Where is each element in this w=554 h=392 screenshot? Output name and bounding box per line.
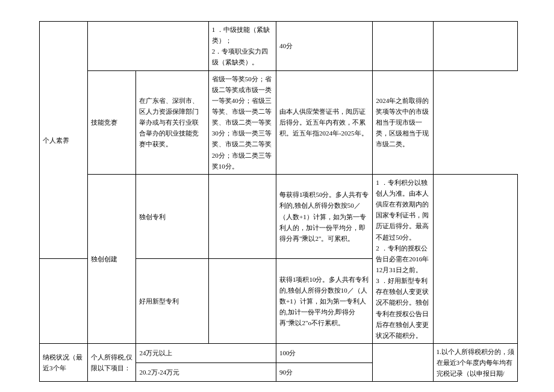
competition-score: 省级一等奖50分；省级二等奖或市级一类一等奖40分；省级三等奖、市级一类二等奖、…: [208, 70, 276, 174]
skill-score: 40分: [276, 22, 372, 71]
invention-patent: 独创专利: [136, 174, 208, 259]
table-row: 个人素养 1 ．中级技能（紧缺类）； 2．专项职业实力四级（紧缺类）。 40分: [40, 22, 518, 46]
utility-score: 获得1项积10分。多人共有专利的,独创人所得分数按10／（人数+1）计算，如为第…: [276, 259, 372, 344]
invention-group: 独创创建: [88, 174, 136, 343]
table-row: 纳税状况（最近3个年 个人所得税,仅限以下项目： 24万元以上 100分 1.以…: [40, 343, 518, 362]
utility-desc-blank: [208, 259, 276, 344]
tax-tier2: 20.2万-24万元: [136, 362, 276, 382]
tax-subject: 个人所得税,仅限以下项目：: [88, 343, 136, 381]
competition-note1: 由本人供应荣誉证书，阅历证后得分。近五年内有效，不累积。近五年指2024年-20…: [276, 70, 372, 174]
cat-personal-quality: 个人素养: [40, 22, 88, 259]
empty-cell: [373, 22, 433, 71]
tax-tier1: 24万元以上: [136, 343, 276, 362]
table-row: 技能竞赛 技能竞赛 在广东省、深圳市、区人力资源保障部门举办或与有关行业联合举办…: [40, 70, 518, 174]
skill-competition: 技能竞赛: [88, 70, 136, 174]
skill-desc: 1 ．中级技能（紧缺类）； 2．专项职业实力四级（紧缺类）。: [208, 22, 276, 71]
tax-tier1-score: 100分: [276, 343, 372, 362]
invention-notes: 1 ．专利积分以独创人为准。由本人供应在有效期内的国家专利证书，阅历证后得分。最…: [373, 174, 433, 343]
table-row: 独创创建 独创专利 每获得1项积50分。多人共有专利的,独创人所得分数按50／（…: [40, 174, 518, 259]
cat-tax: 纳税状况（最近3个年: [40, 343, 88, 381]
invention-score: 每获得1项积50分。多人共有专利的,独创人所得分数按50／（人数+1）计算，如为…: [276, 174, 372, 259]
empty-cell: [373, 343, 433, 381]
competition-note2: 2024年之前取得的奖项等次中的市级相当于现市级一类，区级相当于现市级二类。: [373, 70, 433, 174]
empty-spacer: [40, 259, 88, 344]
empty-cell: [88, 22, 208, 46]
empty-cell: [433, 22, 517, 71]
tax-note: 1.以个人所得税积分的，须在最近3个年度内每年均有完税记录（以申报日期/: [433, 343, 517, 381]
tax-tier2-score: 90分: [276, 362, 372, 382]
empty-cell: [88, 46, 208, 70]
empty-cell: [433, 174, 517, 343]
competition-desc: 在广东省、深圳市、区人力资源保障部门举办或与有关行业联合举办的职业技能竞赛中获奖…: [136, 70, 208, 174]
invention-desc-blank: [208, 174, 276, 259]
utility-patent: 好用新型专利: [136, 259, 208, 344]
